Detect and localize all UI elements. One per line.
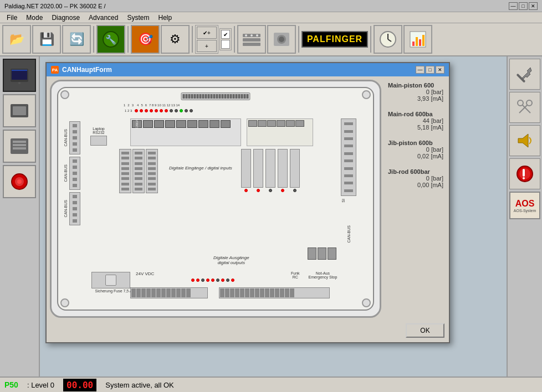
gear-button[interactable]: ⚙ xyxy=(161,25,190,54)
status-level: : Level 0 xyxy=(27,381,54,389)
ok-button[interactable]: OK xyxy=(406,323,444,338)
bottom-ics xyxy=(308,247,336,260)
right-sidebar-aos[interactable]: AOS AOS-System xyxy=(509,192,540,219)
dialog-title-left: PA CANHauptForm xyxy=(51,66,112,74)
svg-point-7 xyxy=(256,34,258,37)
clock-button[interactable] xyxy=(374,25,402,54)
menu-advanced[interactable]: Advanced xyxy=(84,13,122,23)
refresh-button[interactable]: 🔄 xyxy=(62,25,91,54)
check-box-2[interactable] xyxy=(221,40,230,49)
connector-button-2[interactable] xyxy=(267,25,296,54)
title-bar-controls: — □ ✕ xyxy=(509,2,538,10)
digital-inputs-label: Digitale Eingänge / digital inputs xyxy=(169,166,232,171)
right-sidebar-scissors[interactable] xyxy=(509,92,540,123)
svg-rect-26 xyxy=(13,141,26,143)
sidebar-item-3[interactable] xyxy=(3,130,36,163)
dialog-close[interactable]: ✕ xyxy=(436,66,444,74)
svg-text:🔧: 🔧 xyxy=(105,34,116,45)
can-dialog: PA CANHauptForm — □ ✕ xyxy=(45,62,450,343)
status-bar: P50 : Level 0 00.00 System active, all O… xyxy=(0,376,542,392)
sensor-readings: Main-piston 600 0 [bar] 3,93 [mA] Main-r… xyxy=(388,82,443,197)
dialog-title-bar: PA CANHauptForm — □ ✕ xyxy=(47,63,449,76)
minimize-button[interactable]: — xyxy=(509,2,518,10)
right-sidebar: AOS AOS-System xyxy=(507,56,542,376)
svg-point-5 xyxy=(245,34,247,37)
dialog-right-panel: Main-piston 600 0 [bar] 3,93 [mA] Main-r… xyxy=(386,80,446,318)
content-area: PA CANHauptForm — □ ✕ xyxy=(40,56,507,376)
menu-mode[interactable]: Mode xyxy=(22,13,47,23)
svg-rect-21 xyxy=(12,70,27,71)
toolbar-sep-2 xyxy=(127,26,129,53)
led-row: 1 2 3 xyxy=(125,109,193,112)
dialog-body: 1 2 3 xyxy=(47,76,449,321)
svg-rect-15 xyxy=(412,42,415,46)
bottom-connectors xyxy=(130,287,208,298)
maximize-button[interactable]: □ xyxy=(519,2,528,10)
can-bus-2-label: CAN-BUS xyxy=(64,164,68,182)
check-btn-1[interactable]: ✔+ xyxy=(197,27,217,39)
toolbar-sep-4 xyxy=(234,26,235,53)
dialog-title-text: CANHauptForm xyxy=(62,66,112,74)
mount-hole-bl xyxy=(60,298,69,307)
svg-rect-20 xyxy=(12,70,27,80)
right-sidebar-horn[interactable] xyxy=(509,125,540,156)
status-p50: P50 xyxy=(4,380,18,389)
center-connectors xyxy=(119,149,158,193)
svg-rect-24 xyxy=(13,106,26,115)
folder-button[interactable]: 📂 xyxy=(2,25,31,54)
target-button[interactable]: 🎯 xyxy=(131,25,160,54)
main-ic-area: CAN14 xyxy=(130,118,241,146)
svg-rect-3 xyxy=(243,38,260,42)
tool-button[interactable]: 🔧 xyxy=(96,25,125,54)
check-box-1[interactable]: ✔ xyxy=(221,30,230,39)
menu-file[interactable]: File xyxy=(2,13,22,23)
circuit-board: 1 2 3 xyxy=(50,80,381,318)
right-tall-connector xyxy=(341,118,356,196)
menu-system[interactable]: System xyxy=(122,13,154,23)
sensor-jib-rod: Jib-rod 600bar 0 [bar] 0,00 [mA] xyxy=(388,168,443,188)
status-text: System active, all OK xyxy=(105,381,174,389)
sensor-main-rod: Main-rod 600ba 44 [bar] 5,18 [mA] xyxy=(388,111,443,131)
toolbar-sep-5 xyxy=(298,26,299,53)
component-area-tr xyxy=(247,118,313,146)
mount-hole-tr xyxy=(362,90,371,99)
bottom-leds xyxy=(191,278,234,282)
funk-notaus-labels: Funk RC Not-Aus Emergency Stop xyxy=(291,271,337,279)
left-sidebar xyxy=(0,56,40,376)
svg-rect-39 xyxy=(523,169,525,177)
menu-diagnose[interactable]: Diagnose xyxy=(47,13,84,23)
sidebar-item-2[interactable] xyxy=(3,94,36,127)
top-connector xyxy=(181,92,250,100)
sidebar-item-1[interactable] xyxy=(3,59,36,92)
sidebar-item-4[interactable] xyxy=(3,165,36,198)
svg-rect-16 xyxy=(416,37,418,46)
connector-button[interactable] xyxy=(237,25,266,54)
menu-help[interactable]: Help xyxy=(154,13,176,23)
menu-bar: File Mode Diagnose Advanced System Help xyxy=(0,12,542,23)
dialog-maximize[interactable]: □ xyxy=(426,66,434,74)
vdc-area: 24V VDC xyxy=(136,271,154,276)
close-button[interactable]: ✕ xyxy=(529,2,538,10)
mount-hole-tl xyxy=(60,90,69,99)
fuse-area: Sicherung Fuse 7,5 A xyxy=(91,272,136,293)
right-sidebar-wrench[interactable] xyxy=(509,59,540,90)
chart-button[interactable] xyxy=(403,25,432,54)
dialog-minimize[interactable]: — xyxy=(416,66,425,74)
svg-rect-4 xyxy=(243,43,260,46)
title-bar: Paldiag.NET 2020.00 -- PK 36002 E / — □ … xyxy=(0,0,542,12)
right-sidebar-stop[interactable] xyxy=(509,158,540,189)
check-btn-2[interactable]: + xyxy=(197,40,217,52)
svg-point-6 xyxy=(250,34,253,37)
check-group: ✔+ + xyxy=(195,25,218,54)
checkbox-group: ✔ xyxy=(219,28,232,50)
title-bar-left: Paldiag.NET 2020.00 -- PK 36002 E / xyxy=(4,3,106,9)
digital-input-connectors xyxy=(241,149,300,192)
main-area: PA CANHauptForm — □ ✕ xyxy=(0,56,542,376)
dialog-ok-area: OK xyxy=(47,321,449,342)
led-numbers: 1 2 3 4 5 6 7 8 9 10 11 12 13 14 xyxy=(124,104,180,107)
app-title: Paldiag.NET 2020.00 -- PK 36002 E / xyxy=(4,3,106,9)
sensor-jib-piston: Jib-piston 600b 0 [bar] 0,02 [mA] xyxy=(388,140,443,159)
can-bus-4-label: CAN-BUS xyxy=(347,225,351,243)
save-button[interactable]: 💾 xyxy=(32,25,61,54)
svg-point-31 xyxy=(17,179,22,184)
